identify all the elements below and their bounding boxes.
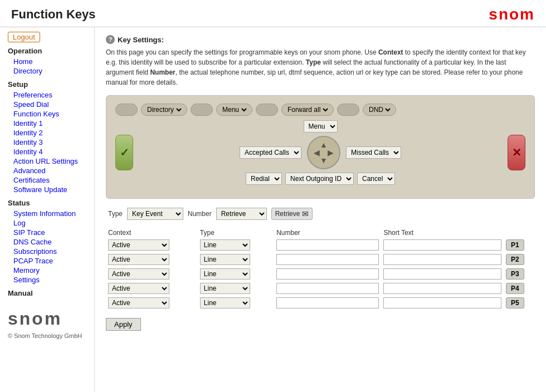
number-select[interactable]: Retrieve xyxy=(216,208,267,220)
checkmark-icon: ✓ xyxy=(120,146,129,159)
sidebar-pcap-trace[interactable]: PCAP Trace xyxy=(8,256,89,266)
number-input-5[interactable] xyxy=(276,297,379,308)
top-key-indicator-4 xyxy=(337,104,359,116)
logout-link[interactable]: Logout xyxy=(8,33,89,41)
nav-circle[interactable]: ▲ ◀ ▶ ▼ xyxy=(307,136,340,169)
xmark-icon: ✕ xyxy=(512,146,521,159)
sidebar-identity-2[interactable]: Identity 2 xyxy=(8,128,89,138)
page-title: Function Keys xyxy=(11,7,96,22)
table-row: ActiveLineP5 xyxy=(106,296,535,310)
sidebar-preferences[interactable]: Preferences xyxy=(8,90,89,100)
short-text-input-3[interactable] xyxy=(383,268,501,280)
type-select-3[interactable]: Line xyxy=(200,268,250,280)
snom-logo-header: snom xyxy=(489,6,535,23)
top-key-3[interactable]: Forward all xyxy=(281,104,334,116)
context-select-1[interactable]: Active xyxy=(108,239,169,251)
short-text-input-2[interactable] xyxy=(383,254,501,265)
top-key-4-select[interactable]: DND xyxy=(367,105,392,114)
sidebar-system-info[interactable]: System Information xyxy=(8,209,89,218)
function-keys-table: Context Type Number Short Text ActiveLin… xyxy=(106,228,535,310)
number-input-4[interactable] xyxy=(276,283,379,294)
apply-button[interactable]: Apply xyxy=(106,318,141,331)
p-button-4[interactable]: P4 xyxy=(506,283,524,294)
context-select-2[interactable]: Active xyxy=(108,254,169,265)
top-key-3-select[interactable]: Forward all xyxy=(285,105,330,114)
left-green-button[interactable]: ✓ xyxy=(115,135,133,170)
accepted-calls-select[interactable]: Accepted Calls xyxy=(240,146,301,159)
context-select-3[interactable]: Active xyxy=(108,268,169,280)
table-row: ActiveLineP3 xyxy=(106,267,535,281)
top-key-1[interactable]: Directory xyxy=(141,104,187,116)
short-text-input-5[interactable] xyxy=(383,297,501,308)
context-select-4[interactable]: Active xyxy=(108,283,169,294)
context-select-5[interactable]: Active xyxy=(108,297,169,308)
sidebar-action-url[interactable]: Action URL Settings xyxy=(8,156,89,166)
col-header-number: Number xyxy=(274,228,381,238)
p-button-2[interactable]: P2 xyxy=(506,254,524,265)
sidebar-memory[interactable]: Memory xyxy=(8,266,89,275)
p-button-1[interactable]: P1 xyxy=(506,239,524,251)
retrieve-button[interactable]: Retrieve ✉ xyxy=(271,208,313,220)
sidebar-sip-trace[interactable]: SIP Trace xyxy=(8,228,89,237)
nav-left-icon: ◀ xyxy=(314,149,320,156)
sidebar-settings[interactable]: Settings xyxy=(8,275,89,285)
top-key-2[interactable]: Menu xyxy=(216,104,252,116)
sidebar-section-operation: Operation xyxy=(8,47,89,55)
key-settings-title: Key Settings: xyxy=(118,36,164,44)
type-select-4[interactable]: Line xyxy=(200,283,250,294)
email-icon: ✉ xyxy=(302,209,309,218)
phone-center: Menu Accepted Calls ▲ ◀ xyxy=(139,120,502,185)
sidebar-section-status: Status xyxy=(8,199,89,207)
top-key-indicator-1 xyxy=(115,104,138,116)
col-header-btn xyxy=(504,228,535,238)
short-text-input-1[interactable] xyxy=(383,239,501,251)
type-number-row: Type Key Event Number Retrieve Retrieve … xyxy=(106,208,535,220)
sidebar-identity-4[interactable]: Identity 4 xyxy=(8,147,89,156)
col-header-context: Context xyxy=(106,228,198,238)
center-top[interactable]: Menu xyxy=(304,120,338,133)
missed-calls-select[interactable]: Missed Calls xyxy=(346,146,401,159)
top-key-indicator-3 xyxy=(256,104,278,116)
type-select-1[interactable]: Line xyxy=(200,239,250,251)
table-row: ActiveLineP4 xyxy=(106,281,535,296)
table-row: ActiveLineP2 xyxy=(106,252,535,267)
next-outgoing-select[interactable]: Next Outgoing ID xyxy=(285,173,354,185)
cancel-select[interactable]: Cancel xyxy=(357,173,395,185)
sidebar-directory[interactable]: Directory xyxy=(8,66,89,76)
table-row: ActiveLineP1 xyxy=(106,238,535,252)
col-header-type: Type xyxy=(198,228,274,238)
sidebar-function-keys[interactable]: Function Keys xyxy=(8,109,89,119)
type-select[interactable]: Key Event xyxy=(127,208,183,220)
sidebar-log[interactable]: Log xyxy=(8,218,89,228)
top-key-indicator-2 xyxy=(191,104,213,116)
sidebar-dns-cache[interactable]: DNS Cache xyxy=(8,237,89,247)
redial-select[interactable]: Redial xyxy=(246,173,282,185)
type-select-2[interactable]: Line xyxy=(200,254,250,265)
sidebar-software-update[interactable]: Software Update xyxy=(8,185,89,194)
type-select-5[interactable]: Line xyxy=(200,297,250,308)
sidebar-identity-1[interactable]: Identity 1 xyxy=(8,119,89,128)
center-top-select[interactable]: Menu xyxy=(304,120,338,133)
sidebar-identity-3[interactable]: Identity 3 xyxy=(8,138,89,147)
phone-middle-area: ✓ Menu Accepted Calls xyxy=(115,120,525,185)
sidebar-certificates[interactable]: Certificates xyxy=(8,175,89,185)
p-button-5[interactable]: P5 xyxy=(506,297,524,308)
sidebar-advanced[interactable]: Advanced xyxy=(8,166,89,175)
sidebar-home[interactable]: Home xyxy=(8,57,89,66)
top-key-2-select[interactable]: Menu xyxy=(220,105,248,114)
top-key-4[interactable]: DND xyxy=(363,104,396,116)
number-input-2[interactable] xyxy=(276,254,379,265)
right-red-button[interactable]: ✕ xyxy=(508,135,525,170)
short-text-input-4[interactable] xyxy=(383,283,501,294)
nav-right-icon: ▶ xyxy=(328,149,334,156)
number-label: Number xyxy=(188,210,212,218)
number-input-1[interactable] xyxy=(276,239,379,251)
sidebar-subscriptions[interactable]: Subscriptions xyxy=(8,247,89,256)
sidebar-speed-dial[interactable]: Speed Dial xyxy=(8,100,89,109)
number-input-3[interactable] xyxy=(276,268,379,280)
top-key-1-select[interactable]: Directory xyxy=(145,105,183,114)
center-bottom: Redial Next Outgoing ID Cancel xyxy=(246,173,395,185)
sidebar-section-setup: Setup xyxy=(8,80,89,89)
p-button-3[interactable]: P3 xyxy=(506,268,524,280)
center-middle: Accepted Calls ▲ ◀ ▶ ▼ xyxy=(240,136,401,169)
